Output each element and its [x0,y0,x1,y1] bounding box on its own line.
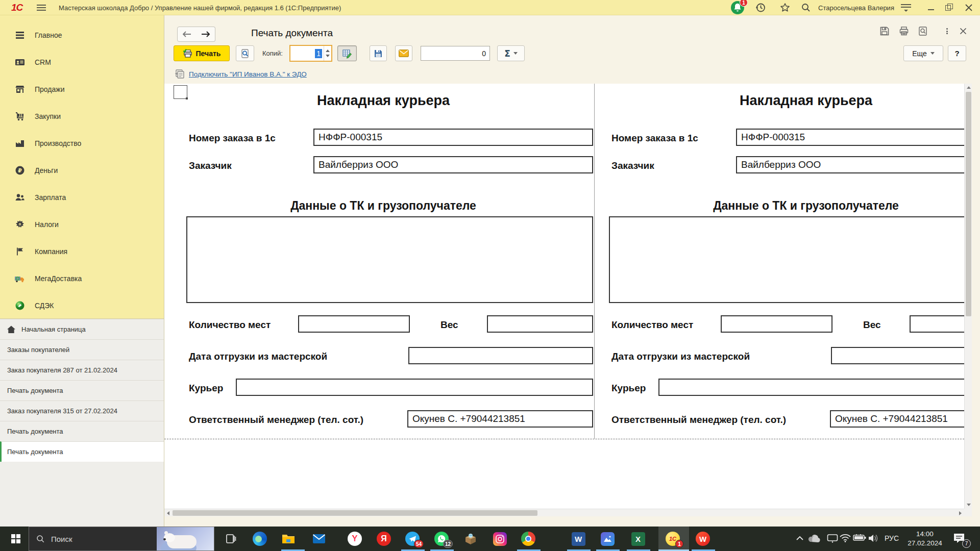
sidebar-item-purchases[interactable]: Закупки [0,103,164,130]
character-app-icon[interactable] [463,532,478,546]
edit-spreadsheet-toggle[interactable] [337,45,357,61]
weight-cell[interactable] [910,315,972,333]
action-center-icon[interactable]: 7 [952,532,968,546]
tab-order-315[interactable]: Заказ покупателя 315 от 27.02.2024 [0,400,164,421]
order-number-cell[interactable]: НФФР-000315 [736,129,972,146]
copies-stepper[interactable]: 1 [289,45,332,62]
tab-print-document-1[interactable]: Печать документа [0,380,164,400]
battery-icon[interactable] [853,534,866,542]
taskbar-clock[interactable]: 14:00 27.02.2024 [902,530,947,548]
close-app-button[interactable] [965,0,973,15]
more-button[interactable]: Еще [903,45,943,61]
sidebar-item-main[interactable]: Главное [0,21,164,48]
1c-logo[interactable]: 1С [11,0,22,15]
volume-icon[interactable] [868,534,879,543]
weight-cell[interactable] [487,315,593,333]
scroll-right-arrow[interactable] [957,509,964,516]
form-more-icon[interactable] [941,26,952,37]
order-number-cell[interactable]: НФФР-000315 [313,129,593,146]
minimize-button[interactable] [928,0,934,15]
copies-stepper-arrows[interactable] [324,46,331,61]
main-menu-icon[interactable] [37,0,46,15]
sidebar-item-production[interactable]: Производство [0,130,164,157]
word-icon[interactable]: W [571,532,585,546]
service-menu-icon[interactable] [901,0,911,15]
vertical-scrollbar[interactable] [964,84,972,509]
restore-button[interactable] [945,0,951,15]
horizontal-scrollbar[interactable] [164,509,964,516]
form-print-icon[interactable] [898,26,910,37]
print-button[interactable]: Печать [174,45,230,61]
sidebar-item-money[interactable]: ₽ Деньги [0,157,164,184]
start-button[interactable] [4,527,28,551]
history-icon[interactable] [755,0,766,15]
tab-customer-orders[interactable]: Заказы покупателей [0,339,164,360]
cargo-info-cell[interactable] [186,216,593,303]
scroll-down-arrow[interactable] [965,501,972,509]
language-indicator[interactable]: РУС [885,534,899,542]
tab-home-page[interactable]: Начальная страница [0,319,164,339]
preview-button[interactable] [236,45,254,61]
nav-forward-button[interactable] [196,27,215,42]
telegram-icon[interactable]: 54 [405,532,420,546]
edo-connect-link[interactable]: Подключить "ИП Иванов В.А." к ЭДО [189,70,307,78]
sidebar-item-company[interactable]: Компания [0,238,164,265]
courier-cell[interactable] [658,379,972,396]
task-view-icon[interactable] [224,532,238,546]
onedrive-icon[interactable] [807,534,821,543]
cast-display-icon[interactable] [827,534,838,543]
sidebar-item-crm[interactable]: CRM [0,48,164,76]
sidebar-item-salary[interactable]: Зарплата [0,184,164,211]
sum-button[interactable]: Σ [497,45,525,61]
photos-icon[interactable] [600,532,615,546]
whatsapp-icon[interactable]: 12 [434,532,449,546]
manager-cell[interactable]: Окунев С. +79044213851 [830,410,972,428]
customer-cell[interactable]: Вайлберриз ООО [736,156,972,173]
edge-icon[interactable] [253,532,267,546]
customer-cell[interactable]: Вайлберриз ООО [313,156,593,173]
taskbar-search-input[interactable]: Поиск [29,527,214,551]
copies-value[interactable]: 1 [290,46,324,61]
chrome-icon[interactable] [521,532,535,546]
tab-order-287[interactable]: Заказ покупателя 287 от 21.02.2024 [0,360,164,380]
tab-print-document-2[interactable]: Печать документа [0,421,164,441]
sidebar-item-megadostavka[interactable]: МегаДоставка [0,265,164,292]
stepper-down-icon[interactable] [326,55,330,57]
tray-expand-chevron-icon[interactable] [796,536,803,541]
global-search-icon[interactable] [800,0,812,15]
sidebar-item-taxes[interactable]: Налоги [0,211,164,238]
form-preview-icon[interactable] [917,26,928,37]
scroll-up-arrow[interactable] [965,84,972,91]
sidebar-item-sales[interactable]: Продажи [0,76,164,103]
cargo-info-cell[interactable] [609,216,972,303]
yandex-icon[interactable]: Я [377,532,391,546]
current-user[interactable]: Старосельцева Валерия [818,0,894,15]
wifi-icon[interactable] [840,534,851,542]
help-button[interactable]: ? [948,45,966,61]
favorites-star-icon[interactable] [779,0,791,15]
notifications-bell-button[interactable]: 1 [731,0,744,15]
file-explorer-icon[interactable] [281,532,296,546]
horizontal-scroll-thumb[interactable] [173,510,537,516]
mail-icon[interactable] [312,532,326,546]
excel-icon[interactable]: X [631,532,645,546]
ship-date-cell[interactable] [408,347,593,364]
places-cell[interactable] [721,315,832,333]
places-cell[interactable] [298,315,410,333]
sidebar-item-cdek[interactable]: СДЭК [0,292,164,319]
count-field[interactable]: 0 [421,46,490,61]
onec-app-icon[interactable]: 1С 1 [666,532,680,546]
selected-cell-cursor[interactable] [174,85,187,99]
scroll-left-arrow[interactable] [164,509,172,516]
ship-date-cell[interactable] [831,347,972,364]
yandex-browser-icon[interactable]: Y [348,532,362,546]
save-file-button[interactable] [370,45,387,61]
form-save-icon[interactable] [879,26,890,37]
nav-back-button[interactable] [177,27,197,42]
stepper-up-icon[interactable] [326,49,330,52]
send-email-button[interactable] [395,45,412,61]
form-close-icon[interactable] [958,26,969,37]
tab-print-document-active[interactable]: Печать документа [0,441,164,462]
spreadsheet-document-area[interactable]: Накладная курьера Номер заказа в 1с НФФР… [164,84,972,516]
instagram-icon[interactable] [493,532,507,546]
